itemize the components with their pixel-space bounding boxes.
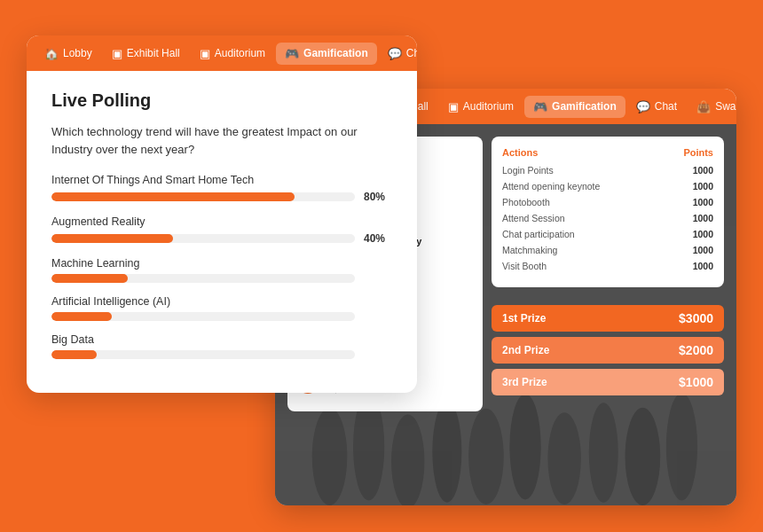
poll-option-5: Big Data — [51, 333, 392, 359]
prize-3-amount: $1000 — [679, 375, 713, 389]
polling-body: Live Polling Which technology trend will… — [27, 71, 417, 393]
poll-bar-row-5 — [51, 350, 392, 359]
poll-pct-2: 40% — [364, 232, 392, 245]
poll-option-1: Internet Of Things And Smart Home Tech 8… — [51, 174, 392, 203]
chat-icon: 💬 — [636, 100, 650, 113]
actions-col-label: Actions — [502, 147, 538, 158]
action-pts-2: 1000 — [693, 181, 713, 192]
action-pts-4: 1000 — [693, 213, 713, 223]
front-chat-icon: 💬 — [388, 47, 402, 60]
poll-bar-bg-4 — [51, 312, 355, 321]
front-nav-auditorium[interactable]: ▣ Auditorium — [191, 43, 274, 65]
action-name-3: Photobooth — [502, 197, 550, 207]
front-nav-exhibit[interactable]: ▣ Exhibit Hall — [103, 43, 189, 65]
poll-bar-fill-2 — [51, 234, 173, 243]
poll-bar-bg-1 — [51, 192, 355, 201]
action-row-1: Login Points 1000 — [502, 165, 713, 176]
action-row-7: Visit Booth 1000 — [502, 261, 713, 271]
actions-header: Actions Points — [502, 147, 713, 158]
prizes-section: 1st Prize $3000 2nd Prize $2000 3rd Priz… — [492, 305, 724, 401]
front-home-icon: 🏠 — [44, 47, 59, 60]
polling-title: Live Polling — [51, 90, 392, 111]
action-pts-1: 1000 — [693, 165, 713, 176]
poll-bar-fill-3 — [51, 274, 128, 283]
prize-3: 3rd Prize $1000 — [492, 369, 724, 395]
action-pts-7: 1000 — [693, 261, 713, 271]
back-nav-chat[interactable]: 💬 Chat — [627, 96, 686, 118]
back-nav-gamification[interactable]: 🎮 Gamification — [524, 96, 625, 118]
action-row-6: Matchmaking 1000 — [502, 245, 713, 255]
poll-pct-1: 80% — [364, 191, 392, 203]
action-row-4: Attend Session 1000 — [502, 213, 713, 223]
poll-option-2: Augmented Reality 40% — [51, 215, 392, 245]
action-pts-6: 1000 — [693, 245, 713, 255]
action-name-2: Attend opening keynote — [502, 181, 600, 192]
poll-bar-bg-3 — [51, 274, 355, 283]
action-row-5: Chat participation 1000 — [502, 229, 713, 239]
poll-label-5: Big Data — [51, 333, 392, 346]
points-col-label: Points — [683, 147, 713, 158]
gamification-icon: 🎮 — [533, 100, 547, 113]
action-name-1: Login Points — [502, 165, 554, 176]
front-nav-lobby[interactable]: 🏠 Lobby — [35, 43, 101, 65]
action-pts-3: 1000 — [693, 197, 713, 207]
poll-bar-bg-5 — [51, 350, 355, 359]
poll-label-3: Machine Learning — [51, 257, 392, 270]
action-name-6: Matchmaking — [502, 245, 557, 255]
prize-1: 1st Prize $3000 — [492, 305, 724, 332]
auditorium-icon: ▣ — [448, 100, 459, 113]
right-column: Actions Points Login Points 1000 Attend … — [492, 137, 724, 411]
front-exhibit-icon: ▣ — [112, 47, 122, 60]
front-nav-gamification[interactable]: 🎮 Gamification — [276, 43, 377, 65]
svg-point-7 — [547, 412, 580, 505]
poll-bar-bg-2 — [51, 234, 355, 243]
prize-3-label: 3rd Prize — [502, 376, 547, 388]
front-nav-bar: 🏠 Lobby ▣ Exhibit Hall ▣ Auditorium 🎮 Ga… — [27, 35, 417, 71]
action-name-7: Visit Booth — [502, 261, 547, 271]
poll-label-1: Internet Of Things And Smart Home Tech — [51, 174, 392, 186]
action-row-3: Photobooth 1000 — [502, 197, 713, 207]
action-row-2: Attend opening keynote 1000 — [502, 181, 713, 192]
poll-label-2: Augmented Reality — [51, 215, 392, 228]
poll-bar-row-1: 80% — [51, 191, 392, 203]
action-name-5: Chat participation — [502, 229, 575, 239]
poll-option-3: Machine Learning — [51, 257, 392, 283]
action-pts-5: 1000 — [693, 229, 713, 239]
front-gamification-icon: 🎮 — [285, 47, 299, 60]
poll-bar-fill-1 — [51, 192, 295, 201]
action-name-4: Attend Session — [502, 213, 565, 223]
poll-option-4: Artificial Intelligence (AI) — [51, 295, 392, 321]
swagbag-icon: 👜 — [696, 100, 711, 113]
prize-2: 2nd Prize $2000 — [492, 337, 724, 364]
polling-card: 🏠 Lobby ▣ Exhibit Hall ▣ Auditorium 🎮 Ga… — [27, 35, 417, 393]
back-nav-auditorium[interactable]: ▣ Auditorium — [439, 96, 523, 118]
poll-label-4: Artificial Intelligence (AI) — [51, 295, 392, 308]
prize-2-amount: $2000 — [679, 343, 713, 357]
svg-point-3 — [391, 414, 424, 505]
poll-bar-row-3 — [51, 274, 392, 283]
back-nav-swagbag[interactable]: 👜 Swag Bag — [688, 96, 736, 118]
poll-bar-fill-4 — [51, 312, 112, 321]
prize-2-label: 2nd Prize — [502, 344, 549, 356]
poll-bar-row-2: 40% — [51, 232, 392, 245]
prize-1-amount: $3000 — [679, 311, 713, 325]
poll-bar-fill-5 — [51, 350, 97, 359]
prize-1-label: 1st Prize — [502, 312, 546, 325]
front-auditorium-icon: ▣ — [200, 47, 210, 60]
actions-panel: Actions Points Login Points 1000 Attend … — [492, 137, 724, 287]
polling-question: Which technology trend will have the gre… — [51, 123, 392, 158]
poll-bar-row-4 — [51, 312, 392, 321]
front-nav-chat[interactable]: 💬 Chat — [379, 43, 417, 65]
